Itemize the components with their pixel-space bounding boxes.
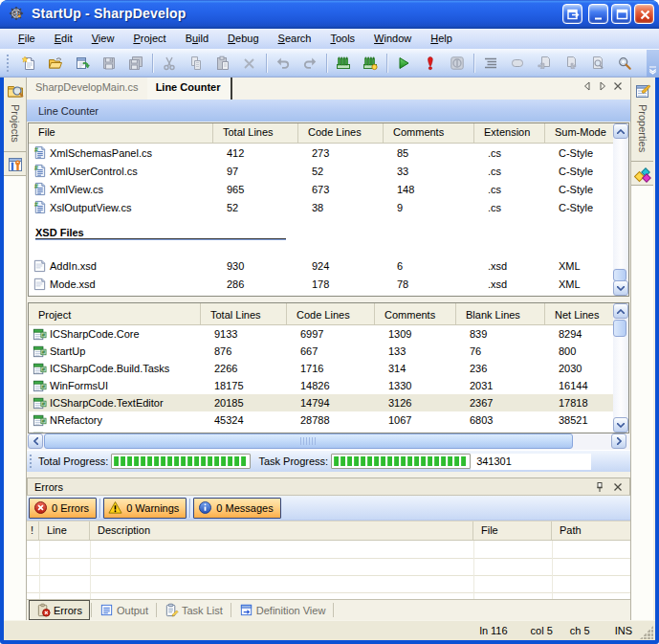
menu-build[interactable]: Build [176, 30, 218, 48]
project-cell: 3126 [375, 397, 456, 409]
bottom-tab-errors[interactable]: Errors [29, 600, 90, 620]
scrollbar-thumb[interactable] [613, 269, 626, 281]
new-file-button[interactable] [15, 52, 42, 75]
xsd-file-icon [33, 258, 47, 273]
sidebar-tab-projects[interactable]: Projects [4, 78, 26, 152]
0-messages-button[interactable]: 0 Messages [193, 498, 280, 519]
file-column-header[interactable]: Code Lines [298, 123, 384, 143]
file-column-header[interactable]: File [29, 123, 213, 143]
file-row[interactable]: XslOutputView.cs52389.csC-Style [29, 198, 628, 216]
bookmark-list-button[interactable] [477, 52, 504, 75]
errors-column-header[interactable]: Line [39, 522, 90, 540]
progress-strip-grip[interactable] [30, 455, 33, 469]
tab-prev-icon[interactable] [582, 81, 592, 91]
search-button[interactable] [611, 52, 638, 75]
project-row[interactable]: ICSharpCode.Build.Tasks22661716314236203… [29, 360, 628, 377]
project-column-header[interactable]: Net Lines [545, 303, 616, 324]
menu-debug[interactable]: Debug [218, 30, 268, 48]
scrollbar-thumb[interactable] [613, 320, 626, 337]
resize-grip[interactable] [640, 626, 653, 639]
project-column-header[interactable]: Comments [375, 303, 456, 324]
sidebar-tab-properties[interactable]: Properties [631, 78, 653, 162]
0-errors-button[interactable]: 0 Errors [29, 498, 97, 519]
menu-file[interactable]: File [9, 30, 45, 48]
minimize-button[interactable] [588, 4, 608, 24]
file-row[interactable]: XmlUserControl.cs975233.csC-Style [29, 162, 628, 180]
bottom-tab-label: Output [117, 605, 148, 616]
project-column-header[interactable]: Code Lines [287, 303, 375, 324]
scroll-right-button[interactable] [611, 433, 626, 449]
project-row[interactable]: ICSharpCode.Core9133699713098398294 [29, 325, 628, 343]
new-window-button[interactable] [69, 52, 96, 75]
menu-edit[interactable]: Edit [45, 30, 82, 48]
title-bar[interactable]: StartUp - SharpDevelop [0, 0, 659, 29]
document-tab-line-counter[interactable]: Line Counter [147, 78, 233, 100]
run-without-debug-button[interactable] [417, 52, 444, 75]
progress-strip: Total Progress:Task Progress:341301 [27, 450, 630, 472]
bottom-tab-task-list[interactable]: Task List [158, 600, 230, 620]
pin-icon[interactable] [593, 481, 604, 493]
file-row[interactable]: AddIn.xsd9309246.xsdXML [29, 256, 628, 275]
scroll-up-button[interactable] [613, 123, 628, 139]
vertical-scrollbar[interactable] [613, 123, 628, 296]
bottom-tab-output[interactable]: Output [93, 600, 155, 620]
run-button[interactable] [390, 52, 417, 75]
maximize-button[interactable] [611, 4, 631, 24]
menu-project[interactable]: Project [123, 30, 175, 48]
close-button[interactable] [634, 4, 654, 24]
open-folder-button[interactable] [42, 52, 69, 75]
sidebar-tab-label: Properties [637, 100, 648, 161]
tab-next-icon[interactable] [598, 81, 607, 91]
project-cell: 2266 [201, 363, 287, 374]
close-panel-icon[interactable] [612, 481, 624, 493]
file-column-header[interactable]: Comments [384, 123, 474, 143]
sidebar-tab-left-icon1[interactable] [4, 152, 26, 176]
toolbar-overflow-button[interactable] [647, 50, 659, 77]
tools-pad-icon [7, 152, 24, 175]
menu-search[interactable]: Search [269, 30, 321, 48]
scroll-down-button[interactable] [613, 280, 628, 296]
menu-tools[interactable]: Tools [320, 30, 364, 48]
file-name: XmlUserControl.cs [50, 166, 138, 177]
file-row[interactable]: Mode.xsd28617878.xsdXML [29, 275, 628, 293]
build-button[interactable] [330, 52, 357, 75]
horizontal-scrollbar[interactable] [28, 433, 629, 450]
project-row[interactable]: StartUp87666713376800 [29, 343, 628, 360]
vertical-scrollbar[interactable] [613, 303, 628, 433]
file-row[interactable]: XmlView.cs965673148.csC-Style [29, 180, 628, 198]
project-row[interactable]: NRefactory45324287881067680338521 [29, 411, 628, 429]
search-icon [617, 56, 632, 71]
errors-toolbar: 0 Errors0 Warnings0 Messages [27, 496, 630, 521]
scroll-left-button[interactable] [28, 433, 43, 449]
file-row[interactable]: XmlSchemasPanel.cs41227385.csC-Style [29, 144, 628, 162]
errors-column-header[interactable]: File [473, 522, 552, 540]
file-column-header[interactable]: Sum-Mode [545, 123, 617, 143]
menu-view[interactable]: View [82, 30, 124, 48]
document-tab-sharpdevelopmain-cs[interactable]: SharpDevelopMain.cs [27, 78, 147, 100]
scroll-up-button[interactable] [613, 303, 628, 319]
project-column-header[interactable]: Total Lines [201, 303, 287, 324]
project-row[interactable]: WinFormsUI18175148261330203116144 [29, 377, 628, 394]
project-icon [33, 327, 47, 342]
toolbar-grip[interactable] [7, 55, 10, 72]
errors-column-header[interactable]: Path [552, 522, 630, 540]
float-window-button[interactable] [562, 4, 582, 24]
project-column-header[interactable]: Project [29, 303, 201, 324]
scrollbar-track[interactable] [613, 139, 628, 280]
rebuild-button[interactable] [357, 52, 384, 75]
0-warnings-button[interactable]: 0 Warnings [103, 498, 187, 519]
errors-column-header[interactable]: Description [90, 522, 473, 540]
file-column-header[interactable]: Extension [474, 123, 545, 143]
file-column-header[interactable]: Total Lines [213, 123, 298, 143]
errors-column-header[interactable]: ! [27, 522, 39, 540]
bottom-tab-definition-view[interactable]: Definition View [232, 600, 333, 620]
scroll-down-button[interactable] [613, 417, 628, 433]
project-column-header[interactable]: Blank Lines [456, 303, 545, 324]
tab-close-icon[interactable] [613, 81, 623, 91]
grid-line [39, 541, 40, 599]
project-icon [33, 379, 47, 393]
project-row[interactable]: ICSharpCode.TextEditor201851479431262367… [29, 394, 628, 411]
sidebar-tab-right-icon1[interactable] [631, 162, 653, 186]
menu-window[interactable]: Window [364, 30, 421, 48]
menu-help[interactable]: Help [421, 30, 462, 48]
